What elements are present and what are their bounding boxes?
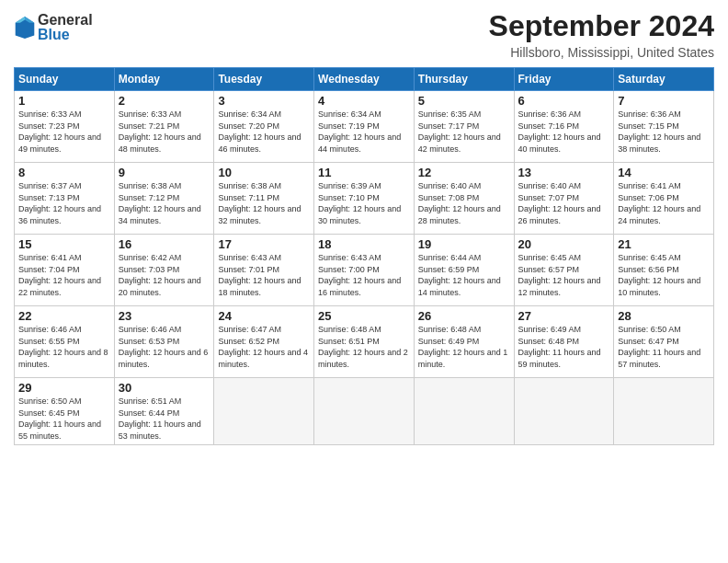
day-info: Sunrise: 6:33 AMSunset: 7:23 PMDaylight:… bbox=[18, 109, 110, 155]
day-number: 1 bbox=[18, 94, 110, 108]
day-number: 12 bbox=[418, 166, 510, 179]
day-number: 29 bbox=[18, 381, 110, 395]
logo-text: General Blue bbox=[38, 13, 93, 42]
calendar-cell: 23Sunrise: 6:46 AMSunset: 6:53 PMDayligh… bbox=[114, 306, 214, 378]
logo-general: General bbox=[38, 13, 93, 28]
day-info: Sunrise: 6:50 AMSunset: 6:45 PMDaylight:… bbox=[18, 396, 110, 442]
day-number: 17 bbox=[218, 237, 310, 251]
day-number: 20 bbox=[518, 237, 610, 251]
day-info: Sunrise: 6:41 AMSunset: 7:04 PMDaylight:… bbox=[18, 252, 110, 298]
svg-marker-0 bbox=[16, 17, 35, 39]
day-number: 6 bbox=[518, 94, 610, 108]
day-info: Sunrise: 6:45 AMSunset: 6:57 PMDaylight:… bbox=[518, 252, 610, 298]
calendar-cell: 6Sunrise: 6:36 AMSunset: 7:16 PMDaylight… bbox=[514, 91, 614, 163]
calendar-week-3: 15Sunrise: 6:41 AMSunset: 7:04 PMDayligh… bbox=[15, 235, 714, 306]
day-number: 4 bbox=[318, 94, 410, 108]
day-number: 11 bbox=[318, 166, 410, 179]
day-info: Sunrise: 6:40 AMSunset: 7:07 PMDaylight:… bbox=[518, 180, 610, 226]
calendar-cell bbox=[314, 378, 415, 445]
calendar-cell: 12Sunrise: 6:40 AMSunset: 7:08 PMDayligh… bbox=[414, 163, 514, 235]
day-number: 26 bbox=[418, 309, 510, 323]
calendar-cell: 2Sunrise: 6:33 AMSunset: 7:21 PMDaylight… bbox=[114, 91, 214, 163]
calendar-header-friday: Friday bbox=[514, 68, 614, 91]
month-title: September 2024 bbox=[489, 9, 714, 43]
day-number: 3 bbox=[218, 94, 310, 108]
day-number: 23 bbox=[119, 309, 210, 323]
calendar-cell: 14Sunrise: 6:41 AMSunset: 7:06 PMDayligh… bbox=[614, 163, 714, 235]
day-info: Sunrise: 6:33 AMSunset: 7:21 PMDaylight:… bbox=[119, 109, 210, 155]
calendar-cell: 27Sunrise: 6:49 AMSunset: 6:48 PMDayligh… bbox=[514, 306, 614, 378]
calendar-header-saturday: Saturday bbox=[614, 68, 714, 91]
day-info: Sunrise: 6:36 AMSunset: 7:16 PMDaylight:… bbox=[518, 109, 610, 155]
day-info: Sunrise: 6:46 AMSunset: 6:55 PMDaylight:… bbox=[18, 324, 110, 370]
day-info: Sunrise: 6:34 AMSunset: 7:20 PMDaylight:… bbox=[218, 109, 310, 155]
day-info: Sunrise: 6:51 AMSunset: 6:44 PMDaylight:… bbox=[119, 396, 210, 442]
day-number: 7 bbox=[618, 94, 710, 108]
day-number: 9 bbox=[119, 166, 210, 179]
calendar-header-sunday: Sunday bbox=[15, 68, 115, 91]
calendar-cell bbox=[214, 378, 314, 445]
day-number: 2 bbox=[119, 94, 210, 108]
day-number: 13 bbox=[518, 166, 610, 179]
day-number: 15 bbox=[18, 237, 110, 251]
day-info: Sunrise: 6:43 AMSunset: 7:01 PMDaylight:… bbox=[218, 252, 310, 298]
calendar-cell: 3Sunrise: 6:34 AMSunset: 7:20 PMDaylight… bbox=[214, 91, 314, 163]
calendar-cell: 10Sunrise: 6:38 AMSunset: 7:11 PMDayligh… bbox=[214, 163, 314, 235]
calendar-week-5: 29Sunrise: 6:50 AMSunset: 6:45 PMDayligh… bbox=[15, 378, 714, 445]
calendar-cell: 13Sunrise: 6:40 AMSunset: 7:07 PMDayligh… bbox=[514, 163, 614, 235]
day-info: Sunrise: 6:37 AMSunset: 7:13 PMDaylight:… bbox=[18, 180, 110, 226]
day-info: Sunrise: 6:40 AMSunset: 7:08 PMDaylight:… bbox=[418, 180, 510, 226]
day-info: Sunrise: 6:48 AMSunset: 6:49 PMDaylight:… bbox=[418, 324, 510, 370]
calendar-week-2: 8Sunrise: 6:37 AMSunset: 7:13 PMDaylight… bbox=[15, 163, 714, 235]
day-info: Sunrise: 6:42 AMSunset: 7:03 PMDaylight:… bbox=[119, 252, 210, 298]
day-info: Sunrise: 6:38 AMSunset: 7:12 PMDaylight:… bbox=[119, 180, 210, 226]
day-number: 8 bbox=[18, 166, 110, 179]
day-info: Sunrise: 6:47 AMSunset: 6:52 PMDaylight:… bbox=[218, 324, 310, 370]
calendar-cell: 16Sunrise: 6:42 AMSunset: 7:03 PMDayligh… bbox=[114, 235, 214, 306]
day-info: Sunrise: 6:49 AMSunset: 6:48 PMDaylight:… bbox=[518, 324, 610, 370]
calendar-cell: 26Sunrise: 6:48 AMSunset: 6:49 PMDayligh… bbox=[414, 306, 514, 378]
day-info: Sunrise: 6:34 AMSunset: 7:19 PMDaylight:… bbox=[318, 109, 410, 155]
header: General Blue September 2024 Hillsboro, M… bbox=[14, 9, 714, 60]
calendar-cell: 19Sunrise: 6:44 AMSunset: 6:59 PMDayligh… bbox=[414, 235, 514, 306]
day-number: 14 bbox=[618, 166, 710, 179]
day-info: Sunrise: 6:50 AMSunset: 6:47 PMDaylight:… bbox=[618, 324, 710, 370]
day-info: Sunrise: 6:39 AMSunset: 7:10 PMDaylight:… bbox=[318, 180, 410, 226]
day-info: Sunrise: 6:46 AMSunset: 6:53 PMDaylight:… bbox=[119, 324, 210, 370]
calendar-header-wednesday: Wednesday bbox=[314, 68, 415, 91]
calendar-cell: 30Sunrise: 6:51 AMSunset: 6:44 PMDayligh… bbox=[114, 378, 214, 445]
day-number: 22 bbox=[18, 309, 110, 323]
logo: General Blue bbox=[14, 13, 93, 42]
calendar-header-thursday: Thursday bbox=[414, 68, 514, 91]
calendar-header-monday: Monday bbox=[114, 68, 214, 91]
calendar-cell: 1Sunrise: 6:33 AMSunset: 7:23 PMDaylight… bbox=[15, 91, 115, 163]
calendar-cell: 4Sunrise: 6:34 AMSunset: 7:19 PMDaylight… bbox=[314, 91, 415, 163]
calendar-cell: 29Sunrise: 6:50 AMSunset: 6:45 PMDayligh… bbox=[15, 378, 115, 445]
day-number: 5 bbox=[418, 94, 510, 108]
calendar-cell: 15Sunrise: 6:41 AMSunset: 7:04 PMDayligh… bbox=[15, 235, 115, 306]
calendar-cell: 28Sunrise: 6:50 AMSunset: 6:47 PMDayligh… bbox=[614, 306, 714, 378]
calendar-cell: 17Sunrise: 6:43 AMSunset: 7:01 PMDayligh… bbox=[214, 235, 314, 306]
calendar-cell: 20Sunrise: 6:45 AMSunset: 6:57 PMDayligh… bbox=[514, 235, 614, 306]
day-info: Sunrise: 6:48 AMSunset: 6:51 PMDaylight:… bbox=[318, 324, 410, 370]
calendar-cell: 25Sunrise: 6:48 AMSunset: 6:51 PMDayligh… bbox=[314, 306, 415, 378]
calendar-header-row: SundayMondayTuesdayWednesdayThursdayFrid… bbox=[15, 68, 714, 91]
calendar-cell: 8Sunrise: 6:37 AMSunset: 7:13 PMDaylight… bbox=[15, 163, 115, 235]
day-info: Sunrise: 6:41 AMSunset: 7:06 PMDaylight:… bbox=[618, 180, 710, 226]
logo-blue: Blue bbox=[38, 28, 93, 42]
day-number: 18 bbox=[318, 237, 410, 251]
calendar-cell: 7Sunrise: 6:36 AMSunset: 7:15 PMDaylight… bbox=[614, 91, 714, 163]
day-number: 30 bbox=[119, 381, 210, 395]
day-number: 24 bbox=[218, 309, 310, 323]
calendar-cell: 18Sunrise: 6:43 AMSunset: 7:00 PMDayligh… bbox=[314, 235, 415, 306]
day-info: Sunrise: 6:36 AMSunset: 7:15 PMDaylight:… bbox=[618, 109, 710, 155]
page: General Blue September 2024 Hillsboro, M… bbox=[0, 0, 728, 563]
calendar-cell bbox=[414, 378, 514, 445]
day-number: 19 bbox=[418, 237, 510, 251]
day-number: 27 bbox=[518, 309, 610, 323]
day-number: 25 bbox=[318, 309, 410, 323]
calendar-header-tuesday: Tuesday bbox=[214, 68, 314, 91]
calendar-cell bbox=[614, 378, 714, 445]
calendar-cell: 21Sunrise: 6:45 AMSunset: 6:56 PMDayligh… bbox=[614, 235, 714, 306]
day-info: Sunrise: 6:45 AMSunset: 6:56 PMDaylight:… bbox=[618, 252, 710, 298]
